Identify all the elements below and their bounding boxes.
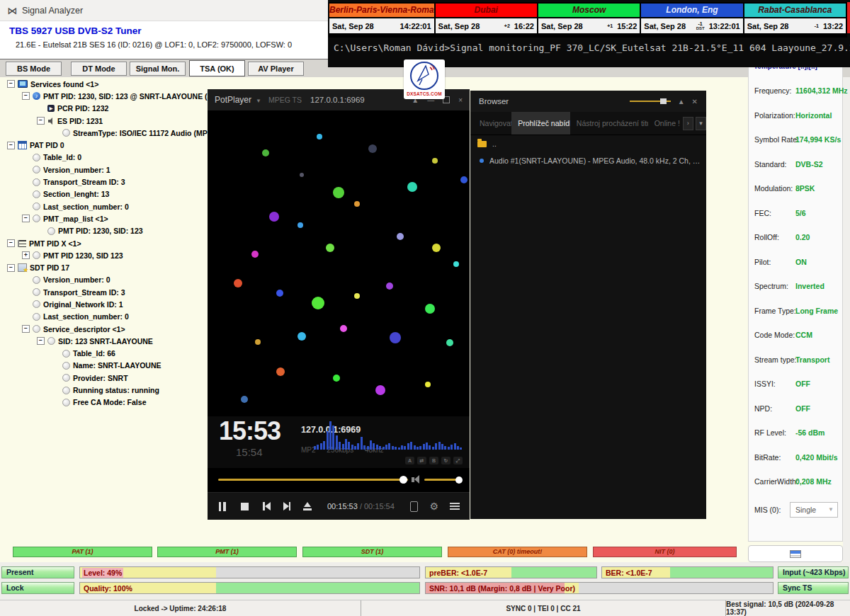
tree-expander[interactable]: −	[22, 215, 30, 222]
pin-icon[interactable]: ▲	[678, 98, 685, 105]
previous-button[interactable]	[263, 502, 271, 511]
tree-item[interactable]: Last_section_number: 0	[3, 200, 207, 212]
tree-item[interactable]: Table_Id: 0	[3, 152, 207, 164]
next-button[interactable]	[283, 502, 291, 511]
tree-item[interactable]: Transport_Stream ID: 3	[3, 286, 207, 298]
browser-tab-n-stroj-proch-zen-titulk[interactable]: Nástroj procházení titulků	[570, 112, 648, 135]
browser-titlebar[interactable]: Browser ▲ ✕	[470, 91, 706, 112]
browser-tab-navigovat[interactable]: Navigovat	[473, 112, 511, 135]
chevron-down-icon[interactable]: ▼	[256, 98, 261, 104]
mis-label: MIS (0):	[754, 506, 781, 514]
tree-item[interactable]: −SID: 123 SNRT-LAAYOUNE	[3, 335, 207, 347]
tree-item[interactable]: StreamType: ISO/IEC 11172 Audio (MPEG-1)…	[3, 127, 207, 139]
tree-expander[interactable]: −	[37, 117, 45, 125]
tree-item[interactable]: Last_section_number: 0	[3, 311, 207, 323]
eject-button[interactable]	[303, 502, 312, 511]
tree-item[interactable]: −PMT PID X <1>	[3, 237, 207, 249]
present-indicator: Present	[1, 566, 74, 578]
tree-item[interactable]: −ES PID: 1231	[3, 115, 207, 127]
tree-expander[interactable]: −	[7, 80, 15, 88]
player-mini-icon[interactable]: ⇄	[417, 457, 426, 464]
tree-item[interactable]: Free CA Mode: False	[3, 397, 207, 409]
tree-expander[interactable]: −	[7, 239, 15, 247]
tv-icon	[18, 80, 28, 88]
tree-item-label: SID: 123 SNRT-LAAYOUNE	[58, 337, 153, 346]
player-mini-icon[interactable]: ⤢	[453, 457, 463, 464]
tree-expander[interactable]: −	[22, 325, 30, 333]
clock-city: Moscow	[538, 4, 640, 18]
volume-icon-cone[interactable]	[414, 475, 419, 484]
tree-item[interactable]: Version_number: 1	[3, 164, 207, 176]
tree-item[interactable]: −PMT_map_list <1>	[3, 212, 207, 224]
dxsatcs-logo: DXSATCS.COM	[404, 59, 445, 99]
chevron-down-icon[interactable]: ▾	[696, 117, 706, 130]
tree-item[interactable]: −★SDT PID 17	[3, 261, 207, 273]
param-row: RF Level:-56 dBm	[749, 428, 842, 443]
volume-handle[interactable]	[455, 477, 463, 484]
tab-tsa-ok-[interactable]: TSA (OK)	[189, 60, 245, 76]
audio-track-row[interactable]: Audio #1(SNRT-LAAYOUNE) - MPEG Audio, 48…	[470, 152, 706, 169]
tab-bs-mode[interactable]: BS Mode	[6, 62, 62, 76]
menu-icon[interactable]	[450, 501, 460, 511]
seek-handle[interactable]	[400, 476, 407, 484]
tree-expander[interactable]: −	[7, 142, 15, 149]
player-mini-icon[interactable]: ↻	[441, 457, 450, 464]
satellite-dish-icon	[410, 62, 438, 90]
close-icon[interactable]: ✕	[692, 98, 698, 105]
seek-bar[interactable]	[218, 479, 408, 481]
player-mini-icon[interactable]: A	[405, 457, 414, 464]
tree-item-label: Section_lenght: 13	[43, 190, 109, 198]
tree-expander[interactable]: −	[22, 92, 30, 100]
clock-time-row: Sat, Sep 28+216:22	[436, 18, 537, 33]
tree-item[interactable]: Running status: running	[3, 384, 207, 396]
opacity-handle[interactable]	[660, 98, 667, 104]
close-icon[interactable]: ×	[458, 96, 463, 104]
tree-item[interactable]: Transport_Stream ID: 3	[3, 176, 207, 188]
browser-tab-prohl-e-nab-dky[interactable]: Prohlížeč nabídky	[511, 112, 570, 135]
param-value: 0,208 MHz	[795, 477, 832, 486]
opacity-slider[interactable]	[630, 101, 671, 102]
param-value: Horizontal	[795, 111, 832, 120]
tree-expander[interactable]: +	[22, 251, 30, 259]
tree-item[interactable]: Provider: SNRT	[3, 372, 207, 384]
volume-slider[interactable]	[424, 479, 461, 481]
tree-expander[interactable]: −	[7, 264, 15, 272]
tree-item-label: Services found <1>	[30, 80, 98, 89]
tree-item[interactable]: Version_number: 0	[3, 274, 207, 286]
tree-item[interactable]: Original_Network ID: 1	[3, 298, 207, 310]
tree-item[interactable]: ▶PCR PID: 1232	[3, 103, 207, 115]
tree-item[interactable]: PMT PID: 1230, SID: 123	[3, 225, 207, 237]
panel-button[interactable]	[748, 545, 843, 562]
potplayer-title: PotPlayer	[215, 95, 251, 105]
window-edge-red	[847, 2, 850, 33]
tree-item[interactable]: −♪PMT PID: 1230, SID: 123 @ SNRT-LAAYOUN…	[3, 90, 207, 102]
potplayer-window[interactable]: PotPlayer ▼ MPEG TS 127.0.0.1:6969 ▲ — ×…	[208, 89, 470, 519]
tree-item[interactable]: +PMT PID 1230, SID 123	[3, 249, 207, 261]
tree-item[interactable]: −Services found <1>	[3, 78, 207, 90]
command-prompt-window[interactable]: Berlin-Paris-Vienna-RomaSat, Sep 2814:22…	[328, 0, 850, 67]
psi-segment-sdt: SDT (1)	[302, 547, 442, 557]
browser-window[interactable]: Browser ▲ ✕ NavigovatProhlížeč nabídkyNá…	[470, 91, 706, 519]
tree-item[interactable]: Name: SNRT-LAAYOUNE	[3, 360, 207, 372]
mis-select[interactable]: Single ▼	[790, 502, 838, 518]
tab-signal-mon-[interactable]: Signal Mon.	[130, 62, 186, 76]
tab-dt-mode[interactable]: DT Mode	[71, 62, 127, 76]
stop-button[interactable]	[241, 503, 249, 511]
tree-item[interactable]: −Service_descriptor <1>	[3, 323, 207, 335]
pause-button[interactable]	[217, 502, 227, 511]
tree-expander[interactable]: −	[37, 337, 45, 345]
device-icon[interactable]	[410, 501, 418, 512]
chevron-right-icon[interactable]: ›	[683, 117, 693, 130]
folder-up-row[interactable]: ..	[470, 135, 706, 152]
tree-item[interactable]: Section_lenght: 13	[3, 188, 207, 200]
video-visualization-area[interactable]	[208, 110, 470, 416]
tree-item[interactable]: Table_Id: 66	[3, 348, 207, 360]
clock-moscow: MoscowSat, Sep 28+115:22	[538, 4, 641, 36]
player-mini-icon[interactable]: B	[429, 457, 438, 464]
utc-offset: +1	[606, 23, 614, 28]
browser-tab-online-[interactable]: Online !	[648, 112, 681, 135]
gear-icon[interactable]: ⚙	[429, 501, 438, 512]
tab-av-player[interactable]: AV Player	[248, 62, 304, 76]
tree-item[interactable]: −PAT PID 0	[3, 139, 207, 151]
psi-segment-cat: CAT (0) timeout!	[448, 547, 587, 557]
